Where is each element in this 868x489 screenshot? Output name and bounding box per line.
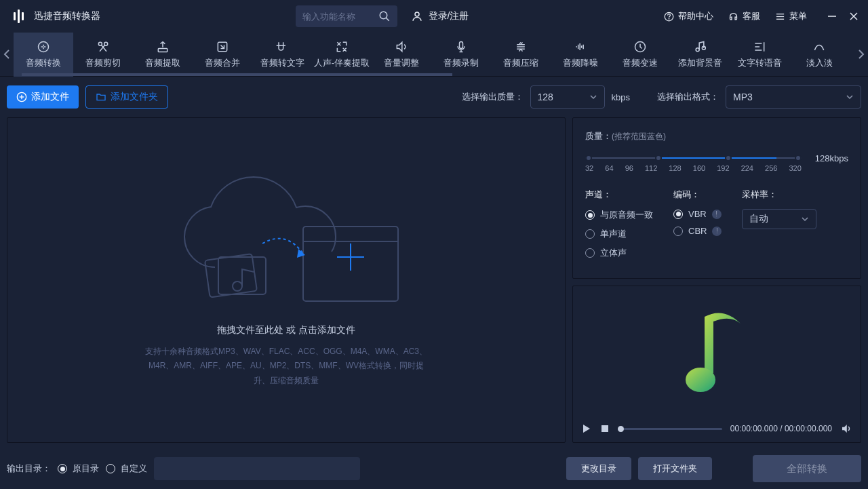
svg-point-0 [380, 12, 387, 19]
toolbar-next[interactable] [854, 33, 868, 76]
drop-description: 支持十余种音频格式MP3、WAV、FLAC、ACC、OGG、M4A、WMA、AC… [144, 345, 429, 389]
help-link[interactable]: 帮助中心 [664, 10, 713, 22]
encoding-title: 编码： [673, 189, 722, 201]
titlebar: 迅捷音频转换器 登录/注册 帮助中心 客服 菜单 [0, 0, 868, 33]
tool-0[interactable]: 音频转换 [14, 33, 73, 77]
tool-2[interactable]: 音频提取 [133, 33, 193, 77]
slider-label: 96 [625, 164, 633, 172]
logo-icon [9, 7, 27, 25]
output-path-input[interactable] [154, 457, 360, 480]
add-folder-button[interactable]: 添加文件夹 [85, 85, 168, 109]
tool-10[interactable]: 音频变速 [610, 33, 670, 77]
play-button[interactable] [581, 423, 592, 434]
slider-tick-320[interactable] [795, 155, 802, 161]
search-input[interactable] [302, 12, 373, 22]
tool-label: 音频录制 [443, 57, 479, 69]
channel-opts-option-1[interactable]: 单声道 [585, 228, 653, 240]
drop-area[interactable]: 拖拽文件至此处 或 点击添加文件 支持十余种音频格式MP3、WAV、FLAC、A… [7, 117, 566, 443]
svg-point-28 [233, 281, 242, 291]
close-button[interactable] [849, 12, 859, 21]
tool-9[interactable]: 音频降噪 [551, 33, 610, 77]
bitrate-select[interactable]: 128 [530, 85, 605, 109]
search-box[interactable] [296, 5, 397, 27]
player-panel: 00:00:00.000 / 00:00:00.000 [572, 286, 861, 443]
stop-button[interactable] [600, 424, 610, 433]
tool-7[interactable]: 音频录制 [431, 33, 491, 77]
quality-label: 选择输出质量： [462, 91, 524, 103]
tool-icon [574, 40, 587, 54]
format-select[interactable]: MP3 [726, 85, 861, 109]
change-dir-button[interactable]: 更改目录 [566, 457, 631, 480]
tool-icon [395, 40, 408, 54]
tool-icon [335, 40, 349, 54]
slider-tick-96[interactable] [725, 155, 732, 161]
tool-icon [96, 40, 110, 54]
tool-label: 音频降噪 [563, 57, 598, 69]
svg-rect-14 [158, 48, 167, 52]
svg-point-2 [415, 12, 419, 16]
tool-8[interactable]: 音频压缩 [491, 33, 551, 77]
tool-11[interactable]: 添加背景音 [670, 33, 730, 77]
quality-current: 128kbps [815, 153, 848, 163]
info-icon[interactable]: ! [712, 227, 722, 236]
sample-rate-select[interactable]: 自动 [742, 209, 816, 229]
progress-bar[interactable] [618, 428, 722, 430]
actionbar: 添加文件 添加文件夹 选择输出质量： 128 kbps 选择输出格式： MP3 [0, 77, 868, 117]
tool-label: 音频转文字 [260, 57, 304, 69]
convert-all-button[interactable]: 全部转换 [753, 455, 861, 482]
menu-button[interactable]: 菜单 [775, 10, 807, 22]
tool-label: 音频变速 [623, 57, 658, 69]
volume-button[interactable] [840, 423, 852, 435]
tool-1[interactable]: 音频剪切 [73, 33, 133, 77]
tool-6[interactable]: 音量调整 [372, 33, 431, 77]
sample-title: 采样率： [742, 189, 816, 201]
tool-4[interactable]: 音频转文字 [252, 33, 312, 77]
tool-icon [275, 40, 289, 54]
minimize-button[interactable] [827, 12, 837, 21]
svg-point-18 [696, 47, 699, 51]
svg-rect-16 [460, 41, 463, 48]
tool-12[interactable]: 文字转语音 [730, 33, 789, 77]
channel-opts-option-0[interactable]: 与原音频一致 [585, 209, 653, 221]
add-file-button[interactable]: 添加文件 [7, 85, 79, 109]
svg-rect-30 [601, 425, 608, 432]
svg-point-29 [686, 368, 715, 392]
slider-label: 224 [741, 164, 753, 172]
auth-link[interactable]: 登录/注册 [411, 10, 469, 22]
toolbar-prev[interactable] [0, 33, 14, 76]
slider-label: 32 [585, 164, 593, 172]
open-folder-button[interactable]: 打开文件夹 [638, 457, 712, 480]
tool-label: 文字转语音 [738, 57, 782, 69]
tool-label: 音频剪切 [85, 57, 121, 69]
encoding-opts-option-0[interactable]: VBR! [673, 209, 722, 219]
svg-rect-26 [205, 254, 257, 297]
tool-label: 音频压缩 [503, 57, 538, 69]
slider-tick-256[interactable] [662, 155, 669, 157]
output-original-radio[interactable]: 原目录 [58, 463, 99, 475]
quality-title: 质量： [585, 131, 612, 141]
tool-3[interactable]: 音频合并 [193, 33, 252, 77]
channel-opts-option-2[interactable]: 立体声 [585, 247, 653, 259]
tool-icon [454, 40, 468, 54]
slider-tick-64[interactable] [655, 155, 662, 161]
tool-13[interactable]: 淡入淡 [789, 33, 849, 77]
svg-line-1 [386, 18, 389, 21]
slider-tick-32[interactable] [585, 155, 592, 161]
tool-icon [216, 40, 229, 54]
tool-5[interactable]: 人声-伴奏提取 [312, 33, 372, 77]
tool-icon [514, 40, 528, 54]
output-custom-radio[interactable]: 自定义 [106, 463, 147, 475]
slider-label: 256 [765, 164, 777, 172]
toolbar-items: 音频转换音频剪切音频提取音频合并音频转文字人声-伴奏提取音量调整音频录制音频压缩… [14, 33, 854, 77]
tool-icon [693, 40, 707, 54]
tool-icon [633, 40, 647, 54]
toolbar-scrollbar[interactable] [22, 73, 452, 76]
bitrate-unit: kbps [612, 92, 630, 102]
info-icon[interactable]: ! [712, 210, 722, 219]
search-icon[interactable] [378, 10, 391, 22]
quality-slider[interactable]: 326496112128160192224256320 [585, 155, 802, 172]
support-link[interactable]: 客服 [728, 10, 760, 22]
encoding-opts-option-1[interactable]: CBR! [673, 226, 722, 236]
chevron-down-icon [846, 93, 854, 101]
drop-illustration [157, 172, 415, 308]
